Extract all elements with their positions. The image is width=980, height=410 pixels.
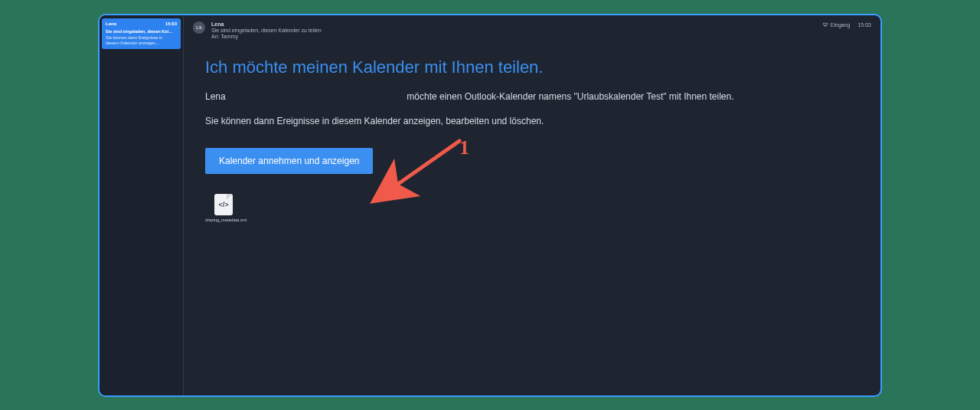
reading-pane: LS Lena Sie sind eingeladen, diesen Kale… xyxy=(184,15,880,395)
header-to-label: An: xyxy=(211,34,220,39)
message-list-item[interactable]: Lena 15:03 Sie sind eingeladen, diesen K… xyxy=(102,18,181,49)
attachment[interactable]: </> sharing_metadata.xml xyxy=(205,194,242,222)
message-header: LS Lena Sie sind eingeladen, diesen Kale… xyxy=(184,15,880,44)
header-from: Lena xyxy=(211,21,322,27)
list-item-preview: Sie können dann Ereignisse in diesem Kal… xyxy=(106,35,177,46)
xml-file-icon: </> xyxy=(214,194,233,215)
list-item-time: 15:03 xyxy=(165,21,177,28)
inbox-icon xyxy=(822,21,828,28)
header-to-name: Tammy xyxy=(220,34,238,39)
accept-calendar-button[interactable]: Kalender annehmen und anzeigen xyxy=(205,148,373,174)
list-item-subject: Sie sind eingeladen, diesen Kal… xyxy=(106,29,177,34)
folder-indicator[interactable]: Eingang xyxy=(822,21,851,28)
attachment-filename: sharing_metadata.xml xyxy=(205,218,242,222)
share-permissions: Sie können dann Ereignisse in diesem Kal… xyxy=(205,116,859,126)
share-sender-name: Lena xyxy=(205,91,404,102)
message-list-pane: Lena 15:03 Sie sind eingeladen, diesen K… xyxy=(100,15,184,395)
share-description: möchte einen Outlook-Kalender namens "Ur… xyxy=(407,91,733,102)
list-item-from: Lena xyxy=(106,21,116,28)
message-body: Ich möchte meinen Kalender mit Ihnen tei… xyxy=(184,44,880,236)
sender-avatar: LS xyxy=(193,21,205,34)
header-subject: Sie sind eingeladen, diesen Kalender zu … xyxy=(211,28,322,33)
folder-label: Eingang xyxy=(831,22,851,28)
mail-window: Lena 15:03 Sie sind eingeladen, diesen K… xyxy=(98,14,882,397)
header-time: 15:03 xyxy=(858,22,871,28)
share-title: Ich möchte meinen Kalender mit Ihnen tei… xyxy=(205,57,859,77)
